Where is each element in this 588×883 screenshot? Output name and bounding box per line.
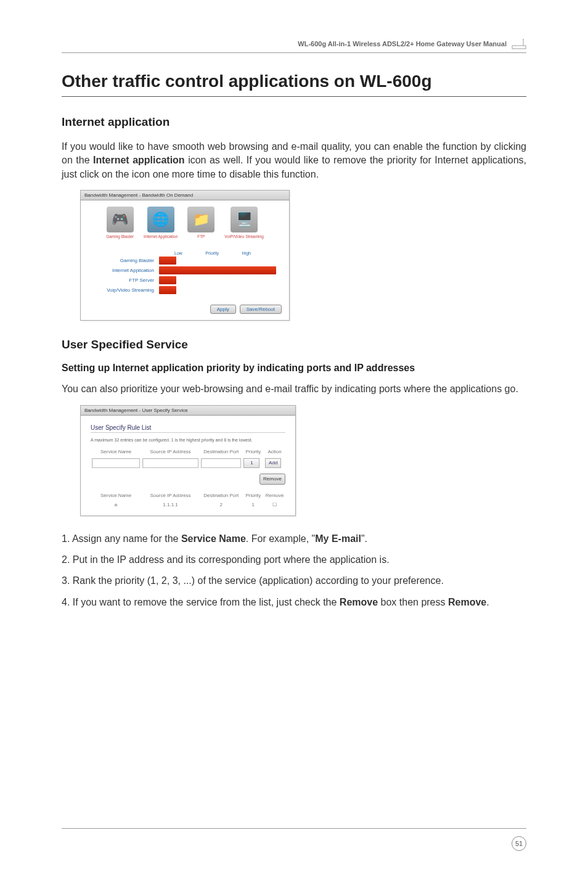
step-3: 3. Rank the priority (1, 2, 3, ...) of t… [62,574,526,588]
priority-bar[interactable] [159,276,176,284]
ftp-icon[interactable]: 📁 [187,207,214,232]
col-label: Low [174,251,182,255]
bar-label: Voip/Video Streaming [88,287,159,293]
cell-name: a [91,500,141,509]
bar-label: Gaming Blaster [88,258,159,263]
col-header: Source IP Address [141,447,200,456]
step-text: . [486,597,489,607]
step-2: 2. Put in the IP address and its corresp… [62,553,526,567]
col-header: Priority [242,447,264,456]
section2-subheading: Setting up Internet application priority… [62,363,526,374]
cell-src: 1.1.1.1 [141,500,200,509]
step-text: 1. Assign any name for the [62,533,181,544]
step-text: ". [361,533,367,544]
remove-checkbox[interactable]: ☐ [264,500,285,509]
section2-para: You can also prioritize your web-browsin… [62,382,526,396]
page-number: 51 [512,836,526,851]
priority-bar[interactable] [159,257,176,265]
col-header: Destination Port [200,491,243,500]
col-header: Action [264,447,285,456]
cell-dst: 2 [200,500,243,509]
svg-point-2 [523,39,524,40]
para-bold: Internet application [93,155,185,165]
svg-rect-0 [512,46,526,49]
step-bold: Remove [340,597,378,607]
icon-ftp: 📁 FTP [187,207,214,239]
col-label: Priority [205,251,219,255]
divider [91,432,285,433]
priority-bar-row: Internet Application [88,266,282,274]
icon-voip: 🖥️ VoIP/Video Streaming [224,207,263,239]
source-ip-input[interactable] [142,458,198,468]
rule-input-table: Service Name Source IP Address Destinati… [91,447,285,470]
section1-heading: Internet application [62,115,526,129]
step-text: . For example, " [246,533,315,544]
step-bold: Service Name [181,533,246,544]
action-select[interactable]: Add [265,458,281,468]
bar-label: Internet Application [88,268,159,273]
step-bold: My E-mail [315,533,361,544]
save-reboot-button[interactable]: Save/Reboot [240,305,282,314]
rule-list-table: Service Name Source IP Address Destinati… [91,491,285,509]
col-header: Priority [242,491,264,500]
voip-icon[interactable]: 🖥️ [231,207,258,232]
col-header: Service Name [91,447,141,456]
step-4: 4. If you want to remove the service fro… [62,596,526,609]
router-icon [512,38,526,49]
window-title: Bandwidth Management - User Specify Serv… [81,406,295,416]
dest-port-input[interactable] [201,458,242,468]
col-label: High [242,251,251,255]
icon-label: Gaming Blaster [106,234,134,239]
priority-bar-row: Gaming Blaster [88,257,282,265]
icon-label: FTP [197,234,205,239]
step-1: 1. Assign any name for the Service Name.… [62,532,526,546]
apply-button[interactable]: Apply [210,305,236,314]
globe-icon[interactable]: 🌐 [147,207,174,232]
col-header: Remove [264,491,285,500]
icon-label: Internet Application [144,234,178,239]
col-header: Source IP Address [141,491,200,500]
icon-gaming: 🎮 Gaming Blaster [106,207,134,239]
col-header: Destination Port [200,447,243,456]
priority-bar[interactable] [159,286,176,294]
screenshot-user-specify-service: Bandwidth Management - User Specify Serv… [80,405,296,516]
service-name-input[interactable] [92,458,140,468]
priority-select[interactable]: 1 [243,458,259,468]
screenshot-bandwidth-on-demand: Bandwidth Management - Bandwidth On Dema… [80,190,290,321]
page-title: Other traffic control applications on WL… [62,72,526,97]
footer-divider [62,828,526,829]
bar-label: FTP Server [88,277,159,283]
gamepad-icon[interactable]: 🎮 [107,207,134,232]
icon-label: VoIP/Video Streaming [224,234,263,239]
cell-priority: 1 [242,500,264,509]
step-text: box then press [378,597,448,607]
col-header: Service Name [91,491,141,500]
window-title: Bandwidth Management - Bandwidth On Dema… [81,191,289,200]
header-bar: WL-600g All-in-1 Wireless ADSL2/2+ Home … [62,38,526,53]
priority-bar[interactable] [159,266,276,274]
remove-button[interactable]: Remove [259,474,285,485]
section2-heading: User Specified Service [62,338,526,351]
priority-bar-row: Voip/Video Streaming [88,286,282,294]
priority-bar-row: FTP Server [88,276,282,284]
manual-title: WL-600g All-in-1 Wireless ADSL2/2+ Home … [298,40,507,47]
section1-para: If you would like to have smooth web bro… [62,140,526,181]
step-bold: Remove [448,597,486,607]
table-row: a 1.1.1.1 2 1 ☐ [91,500,285,509]
section-heading: User Specify Rule List [91,424,285,431]
description-text: A maximum 32 entries can be configured. … [91,438,285,442]
icon-internet-app: 🌐 Internet Application [144,207,178,239]
step-text: 4. If you want to remove the service fro… [62,597,340,607]
